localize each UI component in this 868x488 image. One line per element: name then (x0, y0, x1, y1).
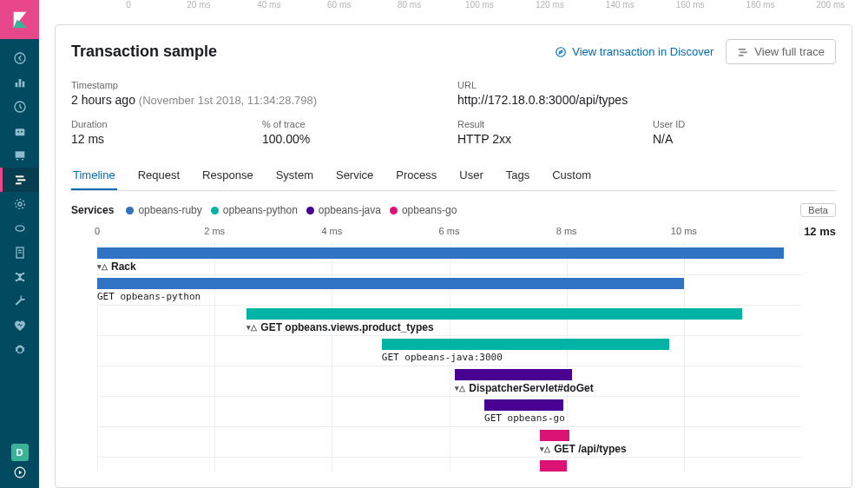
svg-rect-10 (22, 159, 23, 160)
svg-point-14 (18, 202, 22, 206)
axis-tick: 10 ms (671, 226, 697, 236)
fold-icon[interactable]: ▾△ (540, 445, 550, 453)
legend-item[interactable]: opbeans-java (306, 204, 381, 216)
span-bar[interactable] (540, 430, 569, 441)
span-bar[interactable] (247, 308, 742, 320)
tab-system[interactable]: System (274, 162, 315, 190)
url-cell: URL http://172.18.0.8:3000/api/types (457, 80, 836, 107)
legend-item-label: opbeans-ruby (138, 204, 201, 216)
legend-item[interactable]: opbeans-python (211, 204, 298, 216)
legend-dot-icon (211, 207, 219, 214)
svg-rect-27 (740, 51, 747, 53)
span-row[interactable]: GET opbeans-java:3000 (97, 336, 801, 366)
svg-point-25 (556, 47, 566, 56)
span-label-wrap: GET opbeans-java:3000 (382, 352, 503, 363)
legend-item[interactable]: opbeans-go (390, 204, 457, 216)
top-axis-tick: 160 ms (668, 0, 712, 16)
span-bar[interactable] (97, 278, 684, 289)
span-bar[interactable] (382, 339, 669, 350)
nav-discover-icon[interactable] (0, 46, 39, 70)
sidebar-bottom: D (11, 444, 29, 481)
nav-dashboard-icon[interactable] (0, 95, 39, 119)
top-axis-tick: 100 ms (457, 0, 501, 16)
span-row[interactable]: ▾△DispatcherServlet#doGet (97, 366, 801, 397)
timestamp-value: 2 hours ago (November 1st 2018, 11:34:28… (71, 93, 457, 107)
sidebar: D (0, 0, 39, 488)
timestamp-cell: Timestamp 2 hours ago (November 1st 2018… (71, 80, 457, 107)
trace-icon (737, 46, 749, 58)
space-badge[interactable]: D (11, 444, 29, 461)
nav-graph-icon[interactable] (0, 265, 39, 289)
tab-tags[interactable]: Tags (504, 162, 531, 190)
svg-point-7 (21, 131, 23, 133)
axis-tick: 0 (95, 226, 100, 236)
span-label-wrap: GET opbeans-go (484, 412, 565, 424)
nav-timelion-icon[interactable] (0, 119, 39, 143)
top-axis-tick: 200 ms (809, 0, 852, 16)
fold-icon[interactable]: ▾△ (455, 384, 465, 392)
discover-link-label: View transaction in Discover (572, 45, 713, 58)
span-bar[interactable] (540, 460, 566, 472)
svg-rect-3 (22, 82, 24, 88)
beta-badge: Beta (800, 203, 836, 217)
span-row[interactable]: GET opbeans-python (97, 275, 801, 306)
svg-rect-8 (15, 151, 24, 157)
span-bar[interactable] (455, 369, 572, 380)
axis-tick: 6 ms (439, 226, 460, 236)
legend-dot-icon (390, 207, 398, 214)
svg-rect-26 (739, 48, 746, 49)
nav-visualize-icon[interactable] (0, 70, 39, 95)
top-axis-tick: 180 ms (739, 0, 782, 16)
tab-request[interactable]: Request (136, 162, 181, 190)
nav-apm-icon[interactable] (0, 168, 39, 192)
view-full-trace-button[interactable]: View full trace (726, 39, 836, 64)
duration-label: Duration (71, 119, 262, 129)
nav-devtools-icon[interactable] (0, 289, 39, 313)
span-row[interactable]: ▾△Rack (97, 245, 801, 275)
tab-process[interactable]: Process (394, 162, 438, 190)
legend-item[interactable]: opbeans-ruby (126, 204, 201, 216)
svg-rect-28 (739, 54, 744, 56)
panel-header: Transaction sample View transaction in D… (71, 39, 836, 64)
legend-item-label: opbeans-java (319, 204, 381, 216)
result-value: HTTP 2xx (457, 132, 653, 146)
panel-actions: View transaction in Discover View full t… (555, 39, 836, 64)
axis-max: 12 ms (804, 226, 836, 238)
nav-infra-icon[interactable] (0, 216, 39, 241)
svg-rect-13 (16, 182, 22, 184)
nav-canvas-icon[interactable] (0, 143, 39, 168)
span-row[interactable]: SELECT FROM product_types (97, 458, 801, 472)
span-label: Rack (111, 260, 136, 273)
span-row[interactable]: GET opbeans-go (97, 397, 801, 427)
kibana-logo[interactable] (0, 0, 39, 39)
span-label: GET opbeans-go (484, 412, 565, 424)
tab-timeline[interactable]: Timeline (71, 162, 117, 190)
span-row[interactable]: ▾△GET /api/types (97, 427, 801, 458)
meta-row-1: Timestamp 2 hours ago (November 1st 2018… (71, 80, 836, 107)
nav-monitoring-icon[interactable] (0, 313, 39, 338)
span-label: GET opbeans.views.product_types (260, 321, 433, 333)
fold-icon[interactable]: ▾△ (97, 262, 108, 271)
span-label-wrap: ▾△DispatcherServlet#doGet (455, 382, 593, 394)
nav-ml-icon[interactable] (0, 192, 39, 216)
span-bar[interactable] (97, 247, 784, 259)
top-axis-tick: 80 ms (388, 0, 431, 16)
fold-icon[interactable]: ▾△ (247, 323, 257, 332)
tab-response[interactable]: Response (201, 162, 255, 190)
nav-management-icon[interactable] (0, 338, 39, 362)
span-bar[interactable] (484, 399, 563, 411)
waterfall-chart: 12 ms 02 ms4 ms6 ms8 ms10 ms ▾△RackGET o… (71, 226, 836, 472)
tab-service[interactable]: Service (334, 162, 375, 190)
span-row[interactable]: ▾△GET opbeans.views.product_types (97, 306, 801, 336)
span-label: GET opbeans-python (97, 291, 201, 302)
collapse-icon[interactable] (14, 466, 26, 481)
tab-user[interactable]: User (457, 162, 484, 190)
view-in-discover-link[interactable]: View transaction in Discover (555, 45, 713, 58)
nav-logs-icon[interactable] (0, 241, 39, 265)
top-axis-tick: 20 ms (177, 0, 220, 16)
top-axis-tick: 40 ms (247, 0, 291, 16)
url-label: URL (457, 80, 836, 90)
axis-x: 12 ms 02 ms4 ms6 ms8 ms10 ms (97, 226, 801, 241)
tabs: TimelineRequestResponseSystemServiceProc… (71, 162, 836, 191)
tab-custom[interactable]: Custom (550, 162, 593, 190)
